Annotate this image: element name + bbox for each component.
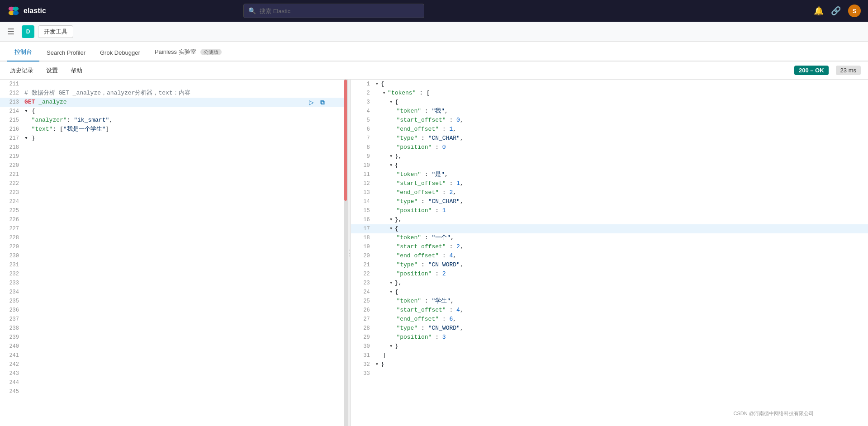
result-line-26: 26 "start_offset" : 4, (351, 306, 868, 315)
editor-line-234: 234 (0, 288, 347, 297)
editor-line-236: 236 (0, 306, 347, 315)
editor-line-226: 226 (0, 215, 347, 224)
result-line-8: 8 "position" : 0 (351, 143, 868, 152)
editor-line-231: 231 (0, 260, 347, 270)
hamburger-icon[interactable]: ☰ (7, 27, 14, 37)
run-button[interactable]: ▷ (308, 99, 315, 106)
editor-line-222: 222 (0, 179, 347, 188)
editor-line-215: 215 "analyzer": "ik_smart", (0, 116, 347, 125)
result-line-5: 5 "start_offset" : 0, (351, 116, 868, 125)
share-icon[interactable]: 🔗 (831, 6, 841, 16)
devtools-button[interactable]: 开发工具 (38, 25, 73, 38)
result-line-27: 27 "end_offset" : 6, (351, 315, 868, 324)
elastic-logo: elastic (7, 5, 46, 17)
resize-handle[interactable]: ⋮ (347, 80, 351, 426)
global-search-input[interactable] (260, 8, 419, 14)
editor-line-230: 230 (0, 251, 347, 260)
editor-line-228: 228 (0, 233, 347, 242)
result-line-19: 19 "start_offset" : 2, (351, 242, 868, 251)
editor-line-212: 212 # 数据分析 GET _analyze，analyzer分析器，text… (0, 89, 347, 98)
code-editor[interactable]: 211 212 # 数据分析 GET _analyze，analyzer分析器，… (0, 80, 347, 426)
result-line-12: 12 "start_offset" : 1, (351, 179, 868, 188)
editor-pane: 211 212 # 数据分析 GET _analyze，analyzer分析器，… (0, 80, 347, 426)
result-line-29: 29 "position" : 3 (351, 333, 868, 342)
editor-line-220: 220 (0, 161, 347, 170)
editor-line-232: 232 (0, 270, 347, 279)
result-line-15: 15 "position" : 1 (351, 206, 868, 215)
result-line-32: 32 ▾} (351, 360, 868, 369)
result-line-11: 11 "token" : "是", (351, 170, 868, 179)
result-line-30: 30 ▾} (351, 342, 868, 351)
editor-line-224: 224 (0, 197, 347, 206)
result-line-10: 10 ▾{ (351, 161, 868, 170)
editor-line-244: 244 (0, 378, 347, 387)
svg-point-0 (8, 5, 19, 17)
tab-painless-lab[interactable]: Painless 实验室 公测版 (147, 43, 229, 62)
result-line-18: 18 "token" : "一个", (351, 233, 868, 242)
result-line-3: 3 ▾{ (351, 98, 868, 107)
editor-line-238: 238 (0, 324, 347, 333)
editor-line-243: 243 (0, 369, 347, 378)
toolbar: 历史记录 设置 帮助 200 – OK 23 ms (0, 62, 868, 80)
result-line-13: 13 "end_offset" : 2, (351, 188, 868, 197)
elastic-brand-text: elastic (24, 7, 46, 15)
result-line-2: 2 ▾"tokens" : [ (351, 89, 868, 98)
editor-line-217: 217 ▾ } (0, 134, 347, 143)
bell-icon[interactable]: 🔔 (814, 6, 824, 16)
painless-lab-badge: 公测版 (200, 49, 222, 55)
result-line-21: 21 "type" : "CN_WORD", (351, 260, 868, 270)
editor-line-235: 235 (0, 297, 347, 306)
global-search-bar[interactable]: 🔍 (243, 4, 424, 18)
tab-search-profiler[interactable]: Search Profiler (39, 45, 93, 62)
help-button[interactable]: 帮助 (68, 65, 85, 76)
result-line-1: 1 ▾{ (351, 80, 868, 89)
result-line-14: 14 "type" : "CN_CHAR", (351, 197, 868, 206)
topbar: elastic 🔍 🔔 🔗 S (0, 0, 868, 22)
editor-line-233: 233 (0, 279, 347, 288)
avatar-button[interactable]: S (848, 5, 861, 17)
result-line-24: 24 ▾{ (351, 288, 868, 297)
result-line-17: 17 ▾{ (351, 224, 868, 233)
result-viewer[interactable]: 1 ▾{ 2 ▾"tokens" : [ 3 ▾{ 4 "token" : "我… (351, 80, 868, 426)
tabbar: 控制台 Search Profiler Grok Debugger Painle… (0, 42, 868, 62)
result-line-6: 6 "end_offset" : 1, (351, 125, 868, 134)
result-line-33: 33 (351, 369, 868, 378)
editor-scroll-thumb (344, 80, 347, 201)
topbar-right: 🔔 🔗 S (814, 5, 861, 17)
result-lines: 1 ▾{ 2 ▾"tokens" : [ 3 ▾{ 4 "token" : "我… (351, 80, 868, 378)
editor-line-218: 218 (0, 143, 347, 152)
editor-line-211: 211 (0, 80, 347, 89)
settings-button[interactable]: 设置 (43, 65, 61, 76)
editor-line-214: 214 ▾ { (0, 107, 347, 116)
editor-line-225: 225 (0, 206, 347, 215)
editor-line-240: 240 (0, 342, 347, 351)
secondbar: ☰ D 开发工具 (0, 22, 868, 42)
editor-line-219: 219 (0, 152, 347, 161)
editor-line-239: 239 (0, 333, 347, 342)
time-badge: 23 ms (836, 66, 861, 75)
result-line-22: 22 "position" : 2 (351, 270, 868, 279)
editor-line-241: 241 (0, 351, 347, 360)
space-badge: D (22, 25, 34, 38)
editor-line-245: 245 (0, 387, 347, 396)
editor-scrollbar[interactable] (344, 80, 347, 426)
result-line-28: 28 "type" : "CN_WORD", (351, 324, 868, 333)
search-icon: 🔍 (248, 7, 256, 14)
result-line-20: 20 "end_offset" : 4, (351, 251, 868, 260)
editor-line-237: 237 (0, 315, 347, 324)
status-badge: 200 – OK (794, 66, 829, 75)
editor-line-223: 223 (0, 188, 347, 197)
editor-lines: 211 212 # 数据分析 GET _analyze，analyzer分析器，… (0, 80, 347, 396)
svg-point-2 (13, 7, 19, 11)
editor-line-227: 227 (0, 224, 347, 233)
editor-line-229: 229 (0, 242, 347, 251)
tab-grok-debugger[interactable]: Grok Debugger (93, 45, 147, 62)
result-line-31: 31 ] (351, 351, 868, 360)
history-button[interactable]: 历史记录 (7, 65, 36, 76)
svg-point-4 (13, 11, 19, 15)
elastic-logo-icon (7, 5, 20, 17)
result-line-4: 4 "token" : "我", (351, 107, 868, 116)
copy-as-curl-button[interactable]: ⧉ (319, 99, 326, 106)
result-line-16: 16 ▾}, (351, 215, 868, 224)
tab-console[interactable]: 控制台 (7, 43, 39, 62)
